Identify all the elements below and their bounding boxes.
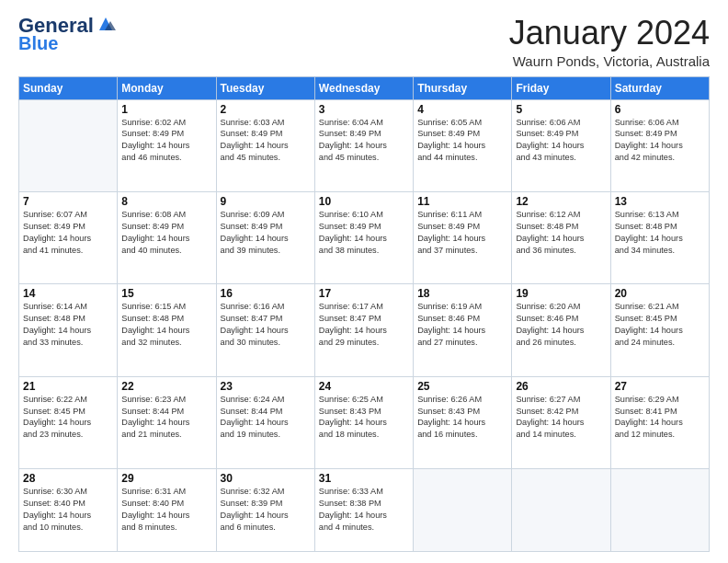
cell-info-line: and 29 minutes. <box>319 337 409 349</box>
weekday-header: Thursday <box>414 76 512 99</box>
day-number: 14 <box>23 287 113 300</box>
title-block: January 2024 Waurn Ponds, Victoria, Aust… <box>509 15 710 69</box>
cell-info-line: Sunrise: 6:32 AM <box>221 486 311 498</box>
cell-info-line: Sunrise: 6:10 AM <box>319 209 409 221</box>
cell-info-line: Daylight: 14 hours <box>615 417 705 429</box>
day-number: 23 <box>221 380 311 393</box>
cell-info-line: and 41 minutes. <box>23 245 113 257</box>
calendar-cell <box>512 469 610 552</box>
cell-info-line: Sunrise: 6:02 AM <box>121 117 211 129</box>
cell-info-line: Sunset: 8:49 PM <box>221 221 311 233</box>
calendar-week-row: 28Sunrise: 6:30 AMSunset: 8:40 PMDayligh… <box>19 469 710 552</box>
cell-info-line: Sunrise: 6:25 AM <box>319 394 409 406</box>
cell-info-line: and 36 minutes. <box>516 245 606 257</box>
calendar-cell: 24Sunrise: 6:25 AMSunset: 8:43 PMDayligh… <box>314 376 413 468</box>
cell-info-line: and 40 minutes. <box>121 245 211 257</box>
day-number: 25 <box>417 380 507 393</box>
cell-info-line: Sunset: 8:43 PM <box>417 406 507 418</box>
cell-info-line: Sunrise: 6:11 AM <box>417 209 507 221</box>
cell-info-line: and 39 minutes. <box>221 245 311 257</box>
cell-info-line: Sunrise: 6:24 AM <box>221 394 311 406</box>
cell-info-line: and 30 minutes. <box>221 337 311 349</box>
cell-info-line: and 24 minutes. <box>615 337 705 349</box>
calendar-cell: 13Sunrise: 6:13 AMSunset: 8:48 PMDayligh… <box>610 191 709 283</box>
cell-info-line: Sunset: 8:49 PM <box>121 128 211 140</box>
cell-info-line: Sunrise: 6:22 AM <box>23 394 113 406</box>
day-number: 18 <box>417 287 507 300</box>
cell-info-line: Daylight: 14 hours <box>121 510 211 522</box>
cell-info-line: Daylight: 14 hours <box>23 510 113 522</box>
weekday-header: Sunday <box>19 76 118 99</box>
cell-info-line: Sunset: 8:46 PM <box>417 313 507 325</box>
cell-info-line: and 32 minutes. <box>121 337 211 349</box>
day-number: 4 <box>417 103 507 116</box>
cell-info-line: Sunset: 8:45 PM <box>615 313 705 325</box>
calendar-cell: 5Sunrise: 6:06 AMSunset: 8:49 PMDaylight… <box>512 99 610 191</box>
cell-info-line: Sunset: 8:49 PM <box>121 221 211 233</box>
day-number: 20 <box>615 287 705 300</box>
cell-info-line: Sunrise: 6:23 AM <box>121 394 211 406</box>
cell-info-line: Sunset: 8:48 PM <box>121 313 211 325</box>
logo-blue: Blue <box>18 33 58 53</box>
calendar-cell: 15Sunrise: 6:15 AMSunset: 8:48 PMDayligh… <box>118 284 216 376</box>
cell-info-line: Daylight: 14 hours <box>121 233 211 245</box>
cell-info-line: Daylight: 14 hours <box>121 140 211 152</box>
day-number: 31 <box>319 472 409 485</box>
calendar-cell <box>19 99 118 191</box>
cell-info-line: Sunset: 8:49 PM <box>319 128 409 140</box>
cell-info-line: Sunrise: 6:27 AM <box>516 394 606 406</box>
cell-info-line: Daylight: 14 hours <box>319 140 409 152</box>
day-number: 7 <box>23 195 113 208</box>
cell-info-line: Sunrise: 6:15 AM <box>121 301 211 313</box>
calendar-cell: 31Sunrise: 6:33 AMSunset: 8:38 PMDayligh… <box>314 469 413 552</box>
day-number: 10 <box>319 195 409 208</box>
logo-icon <box>96 14 116 34</box>
cell-info-line: and 4 minutes. <box>319 522 409 534</box>
day-number: 21 <box>23 380 113 393</box>
cell-info-line: Sunset: 8:47 PM <box>221 313 311 325</box>
month-title: January 2024 <box>509 15 710 52</box>
cell-info-line: Sunset: 8:42 PM <box>516 406 606 418</box>
calendar-cell: 9Sunrise: 6:09 AMSunset: 8:49 PMDaylight… <box>216 191 314 283</box>
cell-info-line: Sunset: 8:43 PM <box>319 406 409 418</box>
location: Waurn Ponds, Victoria, Australia <box>509 53 710 69</box>
cell-info-line: and 46 minutes. <box>121 152 211 164</box>
cell-info-line: Daylight: 14 hours <box>221 325 311 337</box>
day-number: 6 <box>615 103 705 116</box>
cell-info-line: Sunset: 8:47 PM <box>319 313 409 325</box>
cell-info-line: and 8 minutes. <box>121 522 211 534</box>
cell-info-line: Daylight: 14 hours <box>319 417 409 429</box>
cell-info-line: and 23 minutes. <box>23 429 113 441</box>
calendar-cell: 21Sunrise: 6:22 AMSunset: 8:45 PMDayligh… <box>19 376 118 468</box>
calendar-week-row: 1Sunrise: 6:02 AMSunset: 8:49 PMDaylight… <box>19 99 710 191</box>
calendar-cell: 8Sunrise: 6:08 AMSunset: 8:49 PMDaylight… <box>118 191 216 283</box>
day-number: 5 <box>516 103 606 116</box>
cell-info-line: Daylight: 14 hours <box>121 325 211 337</box>
calendar-cell: 17Sunrise: 6:17 AMSunset: 8:47 PMDayligh… <box>314 284 413 376</box>
calendar-cell: 6Sunrise: 6:06 AMSunset: 8:49 PMDaylight… <box>610 99 709 191</box>
calendar-week-row: 7Sunrise: 6:07 AMSunset: 8:49 PMDaylight… <box>19 191 710 283</box>
day-number: 2 <box>221 103 311 116</box>
day-number: 27 <box>615 380 705 393</box>
cell-info-line: and 19 minutes. <box>221 429 311 441</box>
cell-info-line: and 26 minutes. <box>516 337 606 349</box>
day-number: 19 <box>516 287 606 300</box>
day-number: 26 <box>516 380 606 393</box>
cell-info-line: Sunrise: 6:20 AM <box>516 301 606 313</box>
day-number: 13 <box>615 195 705 208</box>
cell-info-line: Daylight: 14 hours <box>417 140 507 152</box>
calendar-cell: 14Sunrise: 6:14 AMSunset: 8:48 PMDayligh… <box>19 284 118 376</box>
cell-info-line: Daylight: 14 hours <box>615 325 705 337</box>
cell-info-line: Sunrise: 6:08 AM <box>121 209 211 221</box>
cell-info-line: Daylight: 14 hours <box>23 325 113 337</box>
cell-info-line: and 16 minutes. <box>417 429 507 441</box>
cell-info-line: Sunrise: 6:03 AM <box>221 117 311 129</box>
cell-info-line: and 14 minutes. <box>516 429 606 441</box>
calendar-cell: 30Sunrise: 6:32 AMSunset: 8:39 PMDayligh… <box>216 469 314 552</box>
cell-info-line: Daylight: 14 hours <box>121 417 211 429</box>
day-number: 17 <box>319 287 409 300</box>
cell-info-line: Sunrise: 6:33 AM <box>319 486 409 498</box>
cell-info-line: Sunrise: 6:04 AM <box>319 117 409 129</box>
cell-info-line: Sunset: 8:49 PM <box>417 221 507 233</box>
cell-info-line: Sunrise: 6:12 AM <box>516 209 606 221</box>
